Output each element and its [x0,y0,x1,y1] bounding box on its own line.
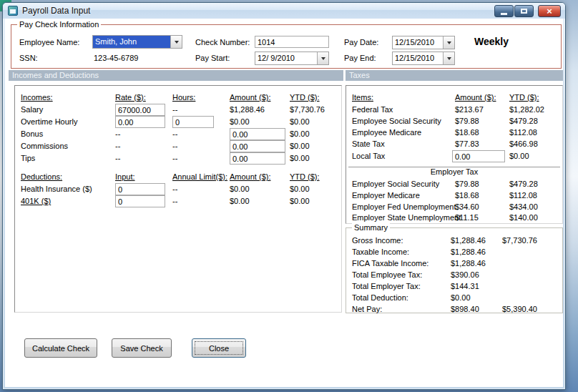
pay-start-label: Pay Start: [195,54,230,62]
taxes-section-header: Taxes [346,70,563,81]
tax-row-ytd: $112.08 [509,191,537,200]
tips-hours: -- [172,154,177,162]
pay-date-datepicker[interactable]: 12/15/2010 [392,36,455,49]
tax-row-ytd: $434.00 [509,202,538,211]
tax-row-amount: $77.83 [455,139,479,148]
taxes-panel: Items: Amount ($): YTD ($): Federal Tax … [346,85,563,224]
incomes-deductions-panel: Incomes: Rate ($): Hours: Amount ($): YT… [14,85,342,313]
bonus-ytd: $0.00 [290,129,310,138]
check-number-input[interactable] [255,36,329,48]
close-icon: × [547,6,552,16]
summary-row-amount: $1,288.46 [451,248,486,256]
input-col-header: Input: [115,172,135,181]
overtime-hours-input[interactable] [172,116,214,128]
desktop-background: Payroll Data Input × Pay Check Informati… [0,0,578,392]
employer-tax-legend: Employer Tax [346,167,562,176]
tax-row-label: Employee Medicare [352,128,421,137]
401k-ytd: $0.00 [290,197,310,205]
tax-row-amount: $34.60 [455,202,479,211]
close-button[interactable]: Close [192,338,246,358]
chevron-down-icon[interactable] [170,36,182,48]
amount-col-header: Amount ($): [455,93,496,102]
salary-amount: $1,288.46 [230,105,265,114]
annual-limit-col-header: Annual Limit($): [172,172,227,181]
commissions-rate: -- [115,142,120,150]
tips-ytd: $0.00 [290,154,310,162]
save-check-button[interactable]: Save Check [112,338,172,358]
pay-date-label: Pay Date: [344,38,378,46]
app-icon [8,6,18,16]
chevron-down-icon[interactable] [443,36,454,49]
maximize-icon [521,9,527,14]
summary-row-amount: $0.00 [451,293,471,302]
items-col-header: Items: [352,93,373,102]
tax-row-label: Employer Fed Unemployment [352,202,456,211]
tax-row-amount: $18.68 [455,128,479,137]
overtime-rate-input[interactable] [115,116,165,128]
tax-row-label: Employer Medicare [352,191,420,200]
commissions-ytd: $0.00 [290,142,310,150]
income-row-label: Commissions [21,142,68,150]
summary-row-amount: $390.06 [451,270,479,279]
chevron-down-icon[interactable] [443,52,454,64]
tax-row-amount: $79.88 [455,180,479,188]
summary-row-label: Total Deduction: [352,293,408,302]
401k-limit: -- [172,197,177,205]
pay-date-value: 12/15/2010 [393,36,443,49]
tax-row-ytd: $140.00 [509,213,538,222]
pay-end-datepicker[interactable]: 12/15/2010 [392,52,455,65]
window-title: Payroll Data Input [22,6,90,16]
summary-row-label: Total Employer Tax: [352,282,421,290]
summary-row-ytd: $7,730.76 [502,236,537,245]
incomes-col-header: Incomes: [21,93,53,102]
bonus-amount-input[interactable] [230,128,285,140]
tax-row-amount: $11.15 [455,213,479,222]
form-client-area: Pay Check Information Employee Name: Smi… [5,19,563,387]
commissions-hours: -- [172,142,177,150]
commissions-amount-input[interactable] [230,140,285,152]
minimize-button[interactable] [494,5,514,17]
summary-row-ytd: $5,390.40 [502,305,537,313]
income-row-label: Bonus [21,129,43,138]
summary-row-label: FICA Taxable Income: [352,259,428,268]
calculate-check-button[interactable]: Calculate Check [24,338,97,358]
pay-start-value: 12/ 9/2010 [255,52,317,64]
incomes-section-header: Incomes and Deductions [9,70,343,81]
close-window-button[interactable]: × [538,5,561,17]
tax-row-ytd: $1,282.02 [509,105,544,114]
deductions-col-header: Deductions: [21,172,62,181]
bonus-hours: -- [172,129,177,138]
salary-ytd: $7,730.76 [290,105,325,114]
health-insurance-amount: $0.00 [230,185,250,193]
deduction-row-label: Health Insurance ($) [21,185,92,193]
salary-hours: -- [172,105,177,114]
pay-end-value: 12/15/2010 [393,52,443,64]
ytd-col-header: YTD ($): [290,93,320,102]
tax-row-ytd: $479.28 [509,180,538,188]
titlebar[interactable]: Payroll Data Input × [3,3,565,19]
minimize-icon [501,13,507,15]
pay-frequency-label: Weekly [474,36,509,47]
overtime-amount: $0.00 [230,117,250,126]
income-row-label: Salary [21,105,43,114]
deduction-401k-link[interactable]: 401K ($) [21,197,51,205]
ssn-label: SSN: [19,54,38,62]
rate-col-header: Rate ($): [115,93,146,102]
employee-name-value: Smith, John [93,36,170,48]
local-tax-input[interactable] [452,150,505,162]
chevron-down-icon[interactable] [317,52,328,64]
health-insurance-input[interactable] [115,183,165,195]
summary-row-label: Gross Income: [352,236,403,245]
tips-rate: -- [115,154,120,162]
tax-row-label: State Tax [352,139,385,148]
401k-amount: $0.00 [230,197,250,205]
salary-rate-input[interactable] [115,104,165,116]
maximize-button[interactable] [514,5,534,17]
tips-amount-input[interactable] [230,152,285,165]
summary-row-label: Total Employee Tax: [352,270,422,279]
amount-col-header: Amount ($): [230,93,270,102]
401k-input[interactable] [115,195,165,207]
income-row-label: Overtime Hourly [21,117,77,126]
pay-start-datepicker[interactable]: 12/ 9/2010 [255,52,329,65]
employee-name-combobox[interactable]: Smith, John [92,35,182,49]
